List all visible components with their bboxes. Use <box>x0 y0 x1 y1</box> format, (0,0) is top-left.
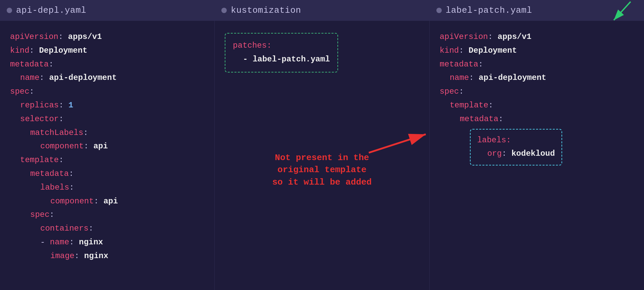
line-name-nginx: - name: nginx <box>10 236 204 249</box>
left-panel-content: apiVersion: apps/v1 kind: Deployment met… <box>0 21 214 290</box>
r-line-kind: kind: Deployment <box>440 44 634 58</box>
line-component-api-2: component: api <box>10 195 204 208</box>
left-panel: api-depl.yaml apiVersion: apps/v1 kind: … <box>0 0 215 290</box>
middle-panel-header: kustomization <box>215 0 429 21</box>
line-component-api-1: component: api <box>10 140 204 153</box>
left-panel-title: api-depl.yaml <box>16 5 86 15</box>
patches-item: - label-patch.yaml <box>233 53 330 66</box>
left-panel-dot <box>7 8 12 13</box>
right-panel-title: label-patch.yaml <box>446 5 532 15</box>
r-line-org: org: kodekloud <box>477 147 555 161</box>
r-line-metadata-2: metadata: <box>440 112 634 126</box>
right-panel-dot <box>436 8 442 13</box>
line-spec-2: spec: <box>10 208 204 222</box>
middle-panel-title: kustomization <box>231 5 301 15</box>
r-line-template: template: <box>440 99 634 112</box>
line-labels: labels: <box>10 181 204 195</box>
middle-panel: kustomization patches: - label-patch.yam… <box>215 0 429 290</box>
r-line-name: name: api-deployment <box>440 71 634 85</box>
right-panel-content: apiVersion: apps/v1 kind: Deployment met… <box>430 21 644 290</box>
line-image: image: nginx <box>10 249 204 263</box>
annotation-block: Not present in the original template so … <box>268 152 376 188</box>
line-containers: containers: <box>10 222 204 236</box>
line-selector: selector: <box>10 112 204 126</box>
r-line-labels: labels: <box>477 134 555 147</box>
r-line-spec: spec: <box>440 85 634 99</box>
line-template: template: <box>10 153 204 167</box>
middle-panel-content: patches: - label-patch.yaml Not present … <box>215 21 429 290</box>
right-panel-header: label-patch.yaml <box>430 0 644 21</box>
line-spec: spec: <box>10 85 204 99</box>
middle-panel-dot <box>221 8 227 13</box>
r-line-apiversion: apiVersion: apps/v1 <box>440 30 634 44</box>
line-metadata-2: metadata: <box>10 167 204 181</box>
labels-dashed-box: labels: org: kodekloud <box>470 129 562 166</box>
patches-key: patches: <box>233 39 330 53</box>
annotation-line2: so it will be added <box>268 176 376 188</box>
line-kind: kind: Deployment <box>10 44 204 58</box>
line-name: name: api-deployment <box>10 71 204 85</box>
panels-container: api-depl.yaml apiVersion: apps/v1 kind: … <box>0 0 644 290</box>
line-apiversion: apiVersion: apps/v1 <box>10 30 204 44</box>
r-line-metadata: metadata: <box>440 58 634 71</box>
left-panel-header: api-depl.yaml <box>0 0 214 21</box>
line-matchlabels: matchLabels: <box>10 126 204 140</box>
annotation-line1: Not present in the original template <box>268 152 376 176</box>
right-panel: label-patch.yaml apiVersion: apps/v1 kin… <box>430 0 644 290</box>
highlighted-labels-container: labels: org: kodekloud <box>440 128 634 166</box>
line-replicas: replicas: 1 <box>10 99 204 112</box>
line-metadata: metadata: <box>10 58 204 71</box>
patches-box: patches: - label-patch.yaml <box>225 33 338 72</box>
